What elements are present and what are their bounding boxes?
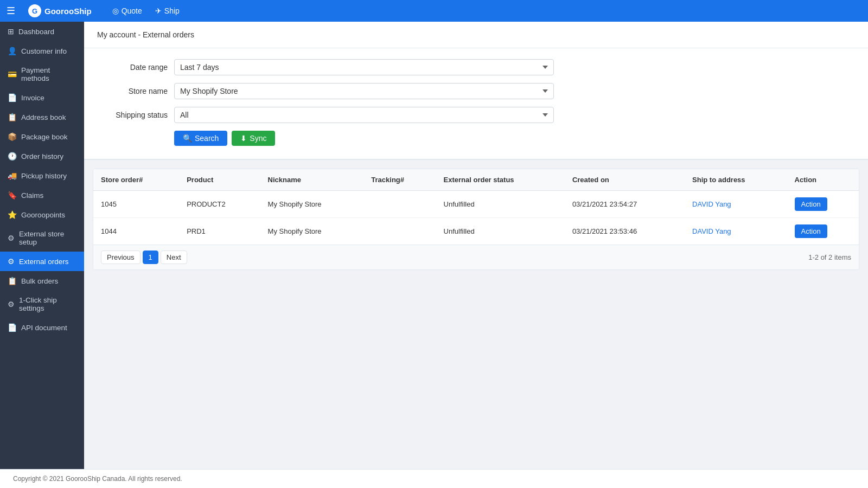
search-icon: 🔍	[183, 134, 192, 143]
bulk-orders-icon: 📋	[8, 277, 17, 285]
col-store-order: Store order#	[93, 169, 179, 191]
sidebar-item-bulk-orders[interactable]: 📋 Bulk orders	[0, 271, 84, 291]
ship-icon: ✈	[155, 7, 162, 15]
col-status: External order status	[436, 169, 565, 191]
store-name-row: Store name My Shopify Store	[97, 83, 855, 99]
dashboard-icon: ⊞	[8, 27, 14, 36]
invoice-icon: 📄	[8, 93, 17, 102]
cell-created-1044: 03/21/2021 23:53:46	[565, 218, 685, 245]
date-range-select[interactable]: Last 7 days Last 30 days Last 90 days Cu…	[174, 59, 554, 75]
table-row: 1045 PRODUCT2 My Shopify Store Unfulfill…	[93, 191, 859, 218]
store-name-select[interactable]: My Shopify Store	[174, 83, 554, 99]
sidebar-item-address-book[interactable]: 📋 Address book	[0, 107, 84, 127]
address-book-icon: 📋	[8, 113, 17, 121]
date-range-row: Date range Last 7 days Last 30 days Last…	[97, 59, 855, 75]
cell-nickname-1044: My Shopify Store	[260, 218, 364, 245]
shipping-status-label: Shipping status	[97, 111, 168, 119]
col-product: Product	[179, 169, 260, 191]
top-navigation: ☰ G GoorooShip ◎ Quote ✈ Ship	[0, 0, 868, 22]
cell-store-order-1044: 1044	[93, 218, 179, 245]
pickup-icon: 🚚	[8, 171, 17, 180]
sidebar-label-api-document: API document	[21, 324, 67, 332]
store-name-control: My Shopify Store	[174, 83, 554, 99]
cell-ship-to-1044[interactable]: DAVID Yang	[685, 218, 787, 245]
pagination-info: 1-2 of 2 items	[808, 253, 851, 261]
package-icon: 📦	[8, 132, 17, 141]
quote-label: Quote	[122, 7, 142, 15]
sidebar-label-external-orders: External orders	[19, 258, 69, 266]
cell-nickname-1045: My Shopify Store	[260, 191, 364, 218]
sidebar-label-customer-info: Customer info	[21, 47, 67, 55]
date-range-control: Last 7 days Last 30 days Last 90 days Cu…	[174, 59, 554, 75]
cell-action-1045: Action	[787, 191, 859, 218]
sidebar-item-pickup-history[interactable]: 🚚 Pickup history	[0, 166, 84, 185]
sidebar-item-dashboard[interactable]: ⊞ Dashboard	[0, 22, 84, 41]
pagination-controls: Previous 1 Next	[101, 251, 187, 264]
1-click-ship-icon: ⚙	[8, 300, 15, 309]
cell-status-1045: Unfulfilled	[436, 191, 565, 218]
action-button-1044[interactable]: Action	[795, 224, 827, 238]
table-header: Store order# Product Nickname Tracking# …	[93, 169, 859, 191]
sidebar-item-package-book[interactable]: 📦 Package book	[0, 127, 84, 146]
filter-section: Date range Last 7 days Last 30 days Last…	[84, 48, 868, 160]
brand-icon: G	[28, 4, 41, 17]
shipping-status-select[interactable]: All Fulfilled Unfulfilled	[174, 107, 554, 123]
orders-table-section: Store order# Product Nickname Tracking# …	[93, 169, 859, 270]
shipping-status-control: All Fulfilled Unfulfilled	[174, 107, 554, 123]
sidebar-label-external-store-setup: External store setup	[19, 230, 76, 246]
sync-button-label: Sync	[250, 134, 266, 143]
col-ship-to: Ship to address	[685, 169, 787, 191]
sidebar-item-order-history[interactable]: 🕐 Order history	[0, 146, 84, 166]
sidebar-label-gooroopoints: Gooroopoints	[21, 211, 65, 219]
sidebar-item-invoice[interactable]: 📄 Invoice	[0, 88, 84, 107]
sidebar-label-invoice: Invoice	[21, 94, 44, 102]
topnav-links: ◎ Quote ✈ Ship	[107, 4, 185, 17]
search-button[interactable]: 🔍 Search	[174, 131, 227, 146]
pagination-previous[interactable]: Previous	[101, 251, 141, 264]
sidebar-item-payment-methods[interactable]: 💳 Payment methods	[0, 61, 84, 88]
sidebar-item-customer-info[interactable]: 👤 Customer info	[0, 41, 84, 61]
sidebar-item-gooroopoints[interactable]: ⭐ Gooroopoints	[0, 205, 84, 224]
pagination-next[interactable]: Next	[161, 251, 187, 264]
quote-icon: ◎	[112, 7, 119, 15]
action-button-1045[interactable]: Action	[795, 197, 827, 211]
hamburger-icon[interactable]: ☰	[7, 5, 15, 17]
sidebar-label-package-book: Package book	[21, 133, 68, 141]
sidebar-item-external-orders[interactable]: ⚙ External orders	[0, 252, 84, 271]
claims-icon: 🔖	[8, 191, 17, 200]
store-name-label: Store name	[97, 87, 168, 95]
cell-product-product2: PRODUCT2	[179, 191, 260, 218]
sync-button[interactable]: ⬇ Sync	[232, 131, 275, 146]
table-body: 1045 PRODUCT2 My Shopify Store Unfulfill…	[93, 191, 859, 245]
cell-ship-to-1045[interactable]: DAVID Yang	[685, 191, 787, 218]
cell-created-1045: 03/21/2021 23:54:27	[565, 191, 685, 218]
sidebar: ⊞ Dashboard 👤 Customer info 💳 Payment me…	[0, 22, 84, 469]
pagination-row: Previous 1 Next 1-2 of 2 items	[93, 245, 859, 269]
order-history-icon: 🕐	[8, 152, 17, 160]
sidebar-label-1-click-ship: 1-Click ship settings	[19, 296, 76, 312]
cell-tracking-1045	[363, 191, 436, 218]
col-tracking: Tracking#	[363, 169, 436, 191]
sidebar-label-dashboard: Dashboard	[18, 28, 54, 36]
breadcrumb-text: My account - External orders	[97, 30, 194, 39]
gooroopoints-icon: ⭐	[8, 210, 17, 219]
cell-tracking-1044	[363, 218, 436, 245]
ship-label: Ship	[164, 7, 180, 15]
sidebar-label-address-book: Address book	[21, 113, 66, 121]
sync-icon: ⬇	[240, 134, 247, 143]
brand-name: GoorooShip	[44, 7, 92, 16]
table-row: 1044 PRD1 My Shopify Store Unfulfilled 0…	[93, 218, 859, 245]
main-content: My account - External orders Date range …	[84, 22, 868, 469]
search-button-label: Search	[195, 134, 219, 143]
sidebar-item-api-document[interactable]: 📄 API document	[0, 318, 84, 337]
sidebar-item-claims[interactable]: 🔖 Claims	[0, 185, 84, 205]
pagination-page-1[interactable]: 1	[143, 251, 158, 264]
ship-link[interactable]: ✈ Ship	[150, 4, 185, 17]
customer-icon: 👤	[8, 47, 17, 55]
sidebar-item-1-click-ship[interactable]: ⚙ 1-Click ship settings	[0, 291, 84, 318]
quote-link[interactable]: ◎ Quote	[107, 4, 148, 17]
sidebar-label-claims: Claims	[21, 191, 43, 200]
brand-logo: G GoorooShip	[28, 4, 92, 17]
sidebar-item-external-store-setup[interactable]: ⚙ External store setup	[0, 224, 84, 252]
date-range-label: Date range	[97, 63, 168, 72]
